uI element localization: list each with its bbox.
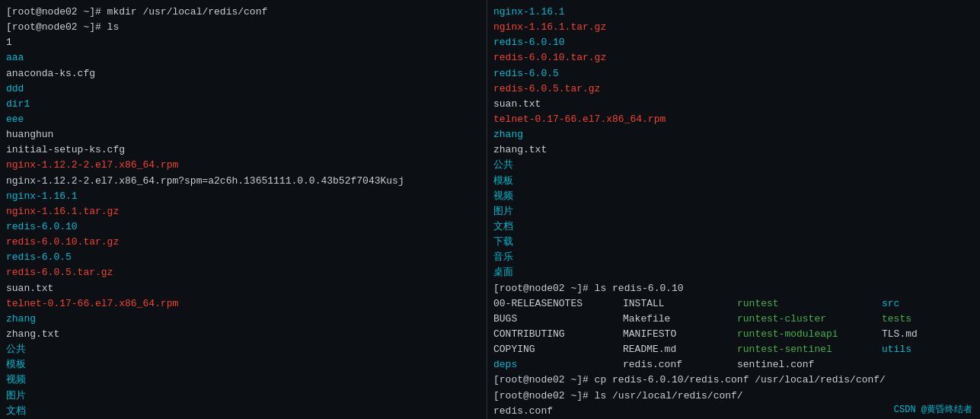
line-8: eee: [6, 112, 480, 127]
r-line-12: 模板: [493, 174, 974, 189]
r-line-15: 文档: [493, 219, 974, 235]
left-terminal-pane: [root@node02 ~]# mkdir /usr/local/redis/…: [0, 0, 487, 419]
line-21: zhang: [6, 312, 480, 327]
r-line-19: [root@node02 ~]# ls redis-6.0.10: [493, 281, 974, 296]
r-line-3: redis-6.0.10: [493, 35, 974, 50]
ls-output-row-2: BUGS Makefile runtest-cluster tests: [493, 312, 974, 327]
r-line-4: redis-6.0.10.tar.gz: [493, 50, 974, 66]
left-terminal-content: [root@node02 ~]# mkdir /usr/local/redis/…: [6, 5, 480, 419]
line-9: huanghun: [6, 127, 480, 142]
r-line-14: 图片: [493, 204, 974, 219]
r-line-16: 下载: [493, 235, 974, 250]
line-10: initial-setup-ks.cfg: [6, 142, 480, 158]
r-line-13: 视频: [493, 189, 974, 204]
line-12: nginx-1.12.2-2.el7.x86_64.rpm?spm=a2c6h.…: [6, 174, 480, 189]
line-17: redis-6.0.5: [6, 250, 480, 265]
r-line-cp: [root@node02 ~]# cp redis-6.0.10/redis.c…: [493, 373, 974, 388]
line-6: ddd: [6, 82, 480, 97]
line-11: nginx-1.12.2-2.el7.x86_64.rpm: [6, 158, 480, 173]
r-line-2: nginx-1.16.1.tar.gz: [493, 20, 974, 35]
right-terminal-content: nginx-1.16.1 nginx-1.16.1.tar.gz redis-6…: [493, 5, 974, 419]
line-5: anaconda-ks.cfg: [6, 66, 480, 82]
line-1: [root@node02 ~]# mkdir /usr/local/redis/…: [6, 5, 480, 20]
r-line-8: telnet-0.17-66.el7.x86_64.rpm: [493, 112, 974, 127]
line-16: redis-6.0.10.tar.gz: [6, 235, 480, 250]
ls-output-row-1: 00-RELEASENOTES INSTALL runtest src: [493, 296, 974, 312]
line-24: 模板: [6, 357, 480, 373]
line-15: redis-6.0.10: [6, 219, 480, 235]
line-2: [root@node02 ~]# ls: [6, 20, 480, 35]
line-13: nginx-1.16.1: [6, 189, 480, 204]
ls-output-row-5: deps redis.conf sentinel.conf: [493, 357, 974, 373]
right-terminal-pane: nginx-1.16.1 nginx-1.16.1.tar.gz redis-6…: [487, 0, 980, 419]
ls-output-row-3: CONTRIBUTING MANIFESTO runtest-moduleapi…: [493, 327, 974, 342]
line-4: aaa: [6, 50, 480, 66]
line-20: telnet-0.17-66.el7.x86_64.rpm: [6, 296, 480, 312]
r-line-11: 公共: [493, 158, 974, 173]
r-line-1: nginx-1.16.1: [493, 5, 974, 20]
line-27: 文档: [6, 404, 480, 419]
r-line-5: redis-6.0.5: [493, 66, 974, 82]
ls-output-row-4: COPYING README.md runtest-sentinel utils: [493, 342, 974, 357]
line-18: redis-6.0.5.tar.gz: [6, 265, 480, 280]
line-25: 视频: [6, 373, 480, 388]
r-line-9: zhang: [493, 127, 974, 142]
line-7: dir1: [6, 97, 480, 112]
r-line-10: zhang.txt: [493, 142, 974, 158]
r-line-6: redis-6.0.5.tar.gz: [493, 82, 974, 97]
line-3: 1: [6, 35, 480, 50]
r-line-18: 桌面: [493, 265, 974, 280]
line-26: 图片: [6, 389, 480, 404]
r-line-ls-conf: [root@node02 ~]# ls /usr/local/redis/con…: [493, 389, 974, 404]
r-line-17: 音乐: [493, 250, 974, 265]
line-19: suan.txt: [6, 281, 480, 296]
r-line-7: suan.txt: [493, 97, 974, 112]
watermark: CSDN @黄昏终结者: [894, 403, 972, 416]
line-14: nginx-1.16.1.tar.gz: [6, 204, 480, 219]
line-22: zhang.txt: [6, 327, 480, 342]
line-23: 公共: [6, 342, 480, 357]
